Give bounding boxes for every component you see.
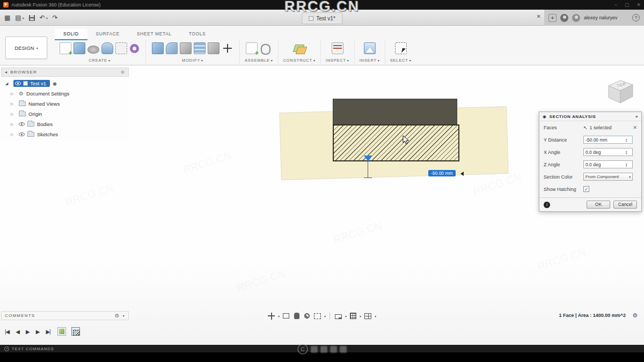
help-button[interactable]: ? — [632, 14, 640, 21]
visibility-eye-icon[interactable] — [19, 122, 25, 126]
expander-icon[interactable]: ▷ — [11, 132, 16, 137]
press-pull-icon[interactable] — [152, 42, 164, 54]
torus-icon[interactable] — [130, 44, 139, 53]
maximize-button[interactable]: ▢ — [625, 2, 630, 8]
ok-button[interactable]: OK — [587, 201, 610, 209]
tree-row-bodies[interactable]: ▷ Bodies — [1, 119, 129, 129]
chevron-down-icon[interactable]: ▾ — [375, 314, 376, 318]
root-component-selected[interactable]: Test v1 — [13, 80, 50, 87]
shell-icon[interactable] — [180, 42, 192, 54]
info-icon[interactable]: i — [544, 202, 550, 208]
zoom-window-icon[interactable] — [314, 313, 321, 319]
fit-icon[interactable] — [283, 313, 289, 319]
view-cube[interactable]: TOP — [604, 75, 636, 106]
user-name[interactable]: alexey naluryev — [584, 15, 618, 20]
combine-icon[interactable] — [208, 42, 219, 54]
chevron-down-icon[interactable]: ▾ — [278, 314, 280, 318]
go-to-start-button[interactable]: |◀ — [3, 328, 11, 336]
cylinder-icon[interactable] — [101, 42, 113, 54]
chevron-down-icon[interactable]: ▾ — [123, 314, 125, 317]
create-sketch-icon[interactable] — [60, 42, 71, 54]
zoom-icon[interactable] — [304, 313, 310, 319]
activate-component-radio[interactable]: ◉ — [53, 81, 57, 86]
spinner-icon[interactable]: ▴▾ — [626, 138, 631, 142]
chevron-down-icon: ▾ — [46, 16, 48, 20]
expander-icon[interactable]: ▷ — [11, 122, 16, 127]
redo-button[interactable]: ↷ — [53, 14, 58, 21]
step-back-button[interactable]: ◀ — [14, 328, 21, 336]
show-hatching-checkbox[interactable]: ✓ — [583, 186, 589, 192]
fillet-icon[interactable] — [166, 42, 178, 54]
measure-icon[interactable] — [332, 42, 343, 54]
visibility-eye-icon[interactable] — [15, 82, 21, 85]
chevron-down-icon: ▾ — [201, 58, 203, 62]
pan-icon[interactable] — [267, 312, 276, 320]
cancel-button[interactable]: Cancel — [613, 201, 637, 209]
form-icon[interactable] — [87, 46, 99, 54]
app-grid-icon[interactable]: ▦ — [4, 14, 10, 21]
split-body-icon[interactable] — [194, 42, 206, 54]
tree-row-document-settings[interactable]: ▷ ⚙ Document Settings — [1, 88, 129, 99]
play-button[interactable]: ▶ — [24, 328, 31, 336]
expander-open-icon[interactable]: ◢ — [5, 82, 11, 86]
hand-pan-icon[interactable] — [294, 313, 299, 319]
spinner-icon[interactable]: ▴▾ — [626, 162, 631, 167]
tab-surface[interactable]: SURFACE — [87, 29, 128, 40]
faces-selection[interactable]: ↖ 1 selected — [583, 125, 633, 130]
dialog-expand-icon[interactable]: » — [635, 114, 638, 119]
section-flip-arrow[interactable] — [364, 156, 372, 161]
new-tab-button[interactable]: + — [548, 14, 557, 22]
collapse-panel-icon[interactable]: ◂ — [5, 70, 8, 75]
construction-plane-icon[interactable] — [294, 42, 305, 54]
timeline-feature-sketch[interactable] — [57, 327, 66, 336]
chevron-down-icon[interactable]: ▾ — [345, 314, 347, 318]
window-close-button[interactable]: ✕ — [636, 2, 641, 8]
select-tool-icon[interactable] — [395, 42, 407, 54]
undo-button[interactable]: ↶▾ — [40, 14, 48, 21]
go-to-end-button[interactable]: ▶| — [44, 328, 52, 336]
tree-row-named-views[interactable]: ▷ Named Views — [1, 99, 129, 109]
step-forward-button[interactable]: ▶ — [34, 328, 41, 336]
minimize-button[interactable]: − — [614, 2, 617, 8]
expander-icon[interactable]: ▷ — [11, 102, 16, 106]
file-menu-button[interactable]: ▤▾ — [15, 14, 24, 21]
tab-solid[interactable]: SOLID — [55, 29, 87, 40]
tree-row-root[interactable]: ◢ Test v1 ◉ — [1, 78, 129, 88]
grid-snaps-icon[interactable] — [350, 313, 356, 319]
tree-row-sketches[interactable]: ▷ Sketches — [1, 129, 129, 139]
pattern-icon[interactable] — [115, 42, 127, 54]
tab-sheet-metal[interactable]: SHEET METAL — [128, 29, 180, 40]
new-component-icon[interactable] — [246, 42, 258, 54]
dialog-header[interactable]: ◉ SECTION ANALYSIS » — [539, 112, 641, 121]
viewports-icon[interactable] — [364, 313, 371, 319]
extensions-icon[interactable] — [560, 14, 568, 22]
group-construct: CONSTRUCT▾ — [279, 40, 321, 64]
display-settings-icon[interactable] — [335, 314, 342, 319]
chevron-down-icon[interactable]: ▾ — [360, 314, 361, 318]
comments-panel[interactable]: COMMENTS ⚙ ▾ — [1, 311, 129, 320]
chevron-down-icon[interactable]: ▾ — [324, 314, 326, 318]
expander-icon[interactable]: ▷ — [11, 112, 16, 116]
tab-tools[interactable]: TOOLS — [180, 29, 215, 40]
tab-close-button[interactable]: ✕ — [537, 13, 541, 19]
gear-icon[interactable]: ⚙ — [632, 312, 638, 319]
visibility-eye-icon[interactable] — [19, 132, 25, 136]
expander-icon[interactable]: ▷ — [11, 92, 16, 96]
manipulator-axis[interactable] — [368, 161, 368, 178]
move-copy-icon[interactable] — [222, 42, 233, 54]
model-body-uncut[interactable] — [333, 99, 457, 125]
section-hatch-face[interactable] — [333, 124, 459, 161]
panel-options-icon[interactable]: ⊙ — [121, 70, 125, 75]
clear-selection-button[interactable]: ✕ — [633, 125, 637, 130]
avatar[interactable] — [572, 14, 580, 22]
workspace-selector[interactable]: DESIGN ▾ — [5, 36, 47, 59]
tree-row-origin[interactable]: ▷ Origin — [1, 109, 129, 119]
spinner-icon[interactable]: ▴▾ — [626, 150, 631, 154]
save-button[interactable] — [29, 15, 35, 21]
primitive-box-icon[interactable] — [74, 42, 85, 54]
insert-canvas-icon[interactable] — [364, 42, 376, 54]
joint-icon[interactable] — [260, 42, 272, 54]
timeline-feature-section-analysis[interactable] — [71, 327, 80, 336]
gear-icon[interactable]: ⚙ — [115, 313, 120, 319]
section-color-dropdown[interactable]: From Component ▾ — [583, 173, 633, 181]
